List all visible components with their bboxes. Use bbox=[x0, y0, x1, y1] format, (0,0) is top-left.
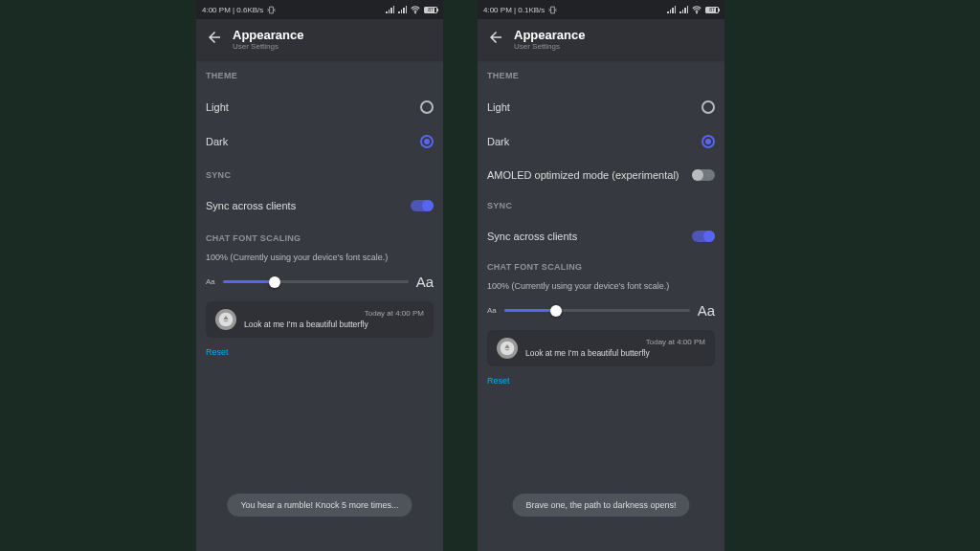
font-slider-row: Aa Aa bbox=[206, 274, 434, 290]
status-bar: 4:00 PM | 0.1KB/s 87 bbox=[478, 0, 724, 19]
signal-icon-2 bbox=[398, 6, 407, 13]
signal-icon-2 bbox=[679, 6, 688, 13]
wifi-icon bbox=[411, 5, 420, 14]
sync-label: Sync across clients bbox=[206, 200, 296, 211]
theme-dark-label: Dark bbox=[206, 136, 228, 147]
back-icon[interactable] bbox=[487, 29, 504, 50]
status-bar: 4:00 PM | 0.6KB/s 87 bbox=[196, 0, 443, 19]
page-title: Appearance bbox=[233, 28, 303, 42]
theme-header: THEME bbox=[487, 71, 715, 80]
reset-button[interactable]: Reset bbox=[487, 376, 715, 386]
svg-point-2 bbox=[697, 12, 698, 13]
theme-header: THEME bbox=[206, 71, 434, 80]
font-desc: 100% (Currently using your device's font… bbox=[487, 281, 715, 291]
sync-toggle[interactable] bbox=[411, 200, 434, 211]
avatar bbox=[497, 338, 518, 359]
header: Appearance User Settings bbox=[196, 19, 443, 59]
font-slider-row: Aa Aa bbox=[487, 302, 715, 319]
phone-left: 4:00 PM | 0.6KB/s 87 Appearance User Set… bbox=[196, 0, 443, 551]
toast: You hear a rumble! Knock 5 more times... bbox=[227, 494, 412, 517]
preview-message: Look at me I'm a beautiful butterfly bbox=[244, 320, 424, 329]
wifi-icon bbox=[692, 5, 702, 14]
theme-light-label: Light bbox=[487, 101, 510, 113]
theme-dark-label: Dark bbox=[487, 136, 509, 147]
battery-icon: 87 bbox=[424, 7, 437, 13]
font-preview: Today at 4:00 PM Look at me I'm a beauti… bbox=[206, 301, 434, 338]
sync-toggle[interactable] bbox=[692, 231, 715, 242]
font-slider[interactable] bbox=[504, 309, 690, 312]
phone-right: 4:00 PM | 0.1KB/s 87 Appearance User Set… bbox=[478, 0, 724, 551]
amoled-row[interactable]: AMOLED optimized mode (experimental) bbox=[487, 159, 715, 191]
status-time-net: 4:00 PM | 0.6KB/s bbox=[202, 6, 263, 14]
amoled-toggle[interactable] bbox=[692, 169, 715, 181]
avatar bbox=[215, 309, 236, 330]
radio-light-icon[interactable] bbox=[702, 100, 715, 114]
sync-row[interactable]: Sync across clients bbox=[487, 220, 715, 253]
font-preview: Today at 4:00 PM Look at me I'm a beauti… bbox=[487, 330, 715, 366]
theme-option-dark[interactable]: Dark bbox=[487, 124, 715, 159]
sync-header: SYNC bbox=[206, 170, 434, 180]
font-header: CHAT FONT SCALING bbox=[206, 233, 434, 243]
page-subtitle: User Settings bbox=[233, 42, 303, 51]
page-subtitle: User Settings bbox=[514, 42, 585, 51]
amoled-label: AMOLED optimized mode (experimental) bbox=[487, 169, 679, 181]
signal-icon bbox=[667, 6, 676, 13]
aa-small-icon: Aa bbox=[206, 277, 215, 286]
toast: Brave one, the path to darkness opens! bbox=[512, 494, 689, 517]
theme-light-label: Light bbox=[206, 101, 229, 113]
preview-meta: Today at 4:00 PM bbox=[244, 309, 424, 318]
page-title: Appearance bbox=[514, 28, 585, 42]
font-header: CHAT FONT SCALING bbox=[487, 262, 715, 272]
radio-dark-icon[interactable] bbox=[702, 135, 715, 148]
theme-option-light[interactable]: Light bbox=[487, 90, 715, 124]
sync-header: SYNC bbox=[487, 201, 715, 210]
radio-light-icon[interactable] bbox=[420, 100, 434, 114]
svg-point-0 bbox=[415, 12, 416, 13]
reset-button[interactable]: Reset bbox=[206, 347, 434, 357]
sync-label: Sync across clients bbox=[487, 231, 577, 242]
header: Appearance User Settings bbox=[478, 19, 724, 59]
theme-option-light[interactable]: Light bbox=[206, 90, 434, 124]
preview-message: Look at me I'm a beautiful butterfly bbox=[525, 348, 705, 358]
aa-small-icon: Aa bbox=[487, 306, 497, 315]
radio-dark-icon[interactable] bbox=[420, 135, 434, 148]
theme-option-dark[interactable]: Dark bbox=[206, 124, 434, 159]
slider-thumb-icon[interactable] bbox=[269, 276, 280, 288]
font-desc: 100% (Currently using your device's font… bbox=[206, 253, 434, 262]
vibrate-icon bbox=[267, 6, 276, 14]
back-icon[interactable] bbox=[206, 29, 223, 50]
aa-large-icon: Aa bbox=[698, 302, 715, 319]
aa-large-icon: Aa bbox=[416, 274, 434, 290]
sync-row[interactable]: Sync across clients bbox=[206, 189, 434, 222]
slider-thumb-icon[interactable] bbox=[550, 305, 562, 317]
battery-icon: 87 bbox=[705, 7, 719, 13]
status-time-net: 4:00 PM | 0.1KB/s bbox=[483, 6, 545, 14]
vibrate-icon bbox=[548, 6, 557, 14]
preview-meta: Today at 4:00 PM bbox=[525, 338, 705, 346]
font-slider[interactable] bbox=[223, 280, 409, 283]
signal-icon bbox=[386, 6, 394, 13]
